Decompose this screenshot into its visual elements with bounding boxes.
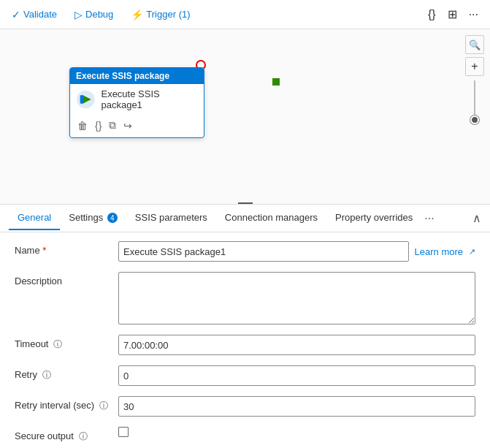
retry-control-wrap [118,365,475,386]
tab-property-overrides[interactable]: Property overrides [326,206,421,230]
validate-icon: ✓ [12,9,20,20]
description-row: Description [15,272,475,324]
tab-property-overrides-label: Property overrides [335,212,413,223]
timeout-info-icon[interactable]: ⓘ [53,339,62,349]
zoom-thumb [470,115,479,124]
tab-connection-managers-label: Connection managers [225,212,318,223]
collapse-icon [238,202,253,204]
retry-info-icon[interactable]: ⓘ [42,370,51,380]
tab-general-label: General [18,212,51,223]
zoom-search-button[interactable]: 🔍 [465,35,484,54]
debug-label: Debug [85,9,113,20]
description-control-wrap [118,272,475,324]
name-control-wrap: Learn more ↗ [118,241,475,262]
name-required: * [42,245,46,256]
json-button[interactable]: {} [93,118,103,133]
properties-panel: General Settings 4 SSIS parameters Conne… [0,205,490,448]
activity-card-name: Execute SSIS package1 [101,88,198,110]
trigger-label: Trigger (1) [146,9,190,20]
debug-button[interactable]: ▷ Debug [72,7,116,22]
timeout-label: Timeout ⓘ [15,335,110,351]
tab-connection-managers[interactable]: Connection managers [216,206,326,230]
retry-label: Retry ⓘ [15,365,110,381]
form-area: Name * Learn more ↗ Description Timeout … [0,232,490,448]
tab-settings[interactable]: Settings 4 [60,206,126,231]
debug-icon: ▷ [74,9,83,20]
external-link-icon: ↗ [469,247,475,257]
retry-interval-info-icon[interactable]: ⓘ [99,400,108,411]
retry-interval-input[interactable] [118,396,475,417]
activity-card-body: Execute SSIS package1 [70,84,204,115]
name-label: Name * [15,241,110,256]
tab-ssis-parameters-label: SSIS parameters [135,212,207,223]
name-row: Name * Learn more ↗ [15,241,475,262]
zoom-slider[interactable] [474,80,475,124]
tabs-more-button[interactable]: ··· [424,212,434,225]
retry-interval-label: Retry interval (sec) ⓘ [15,396,110,412]
canvas: Execute SSIS package Execute SSIS packag… [0,29,490,205]
validate-label: Validate [23,9,57,20]
secure-output-info-icon[interactable]: ⓘ [79,431,88,441]
learn-more-link[interactable]: Learn more [415,246,463,257]
collapse-bar[interactable] [238,202,253,204]
name-input[interactable] [118,241,409,262]
retry-interval-control-wrap [118,396,475,417]
tab-general[interactable]: General [9,206,60,230]
retry-interval-row: Retry interval (sec) ⓘ [15,396,475,417]
secure-output-checkbox[interactable] [118,427,129,437]
trigger-button[interactable]: ⚡ Trigger (1) [128,7,193,22]
tab-settings-label: Settings [69,212,103,223]
tab-ssis-parameters[interactable]: SSIS parameters [126,206,216,230]
retry-input[interactable] [118,365,475,386]
toolbar-right: {} ⊞ ··· [425,6,481,23]
svg-rect-2 [80,95,84,103]
retry-row: Retry ⓘ [15,365,475,386]
activity-card-title: Execute SSIS package [76,71,169,81]
settings-badge: 4 [107,213,118,223]
trigger-icon: ⚡ [131,9,143,20]
description-textarea[interactable] [118,272,475,324]
secure-output-control-wrap [118,427,475,437]
description-label: Description [15,272,110,286]
toolbar: ✓ Validate ▷ Debug ⚡ Trigger (1) {} ⊞ ··… [0,0,490,29]
secure-output-label: Secure output ⓘ [15,427,110,443]
zoom-in-button[interactable]: + [465,57,484,76]
delete-button[interactable]: 🗑 [76,118,89,133]
activity-card-header: Execute SSIS package [70,68,204,84]
secure-output-row: Secure output ⓘ [15,427,475,443]
timeout-row: Timeout ⓘ [15,335,475,355]
output-connector [272,78,280,86]
tabs-bar: General Settings 4 SSIS parameters Conne… [0,205,490,232]
activity-card[interactable]: Execute SSIS package Execute SSIS packag… [69,67,204,138]
validate-button[interactable]: ✓ Validate [9,7,60,22]
timeout-input[interactable] [118,335,475,355]
zoom-controls: 🔍 + [465,35,484,126]
activity-card-footer: 🗑 {} ⧉ ↪ [70,115,204,137]
code-button[interactable]: {} [425,6,439,23]
grid-button[interactable]: ⊞ [445,6,460,23]
more-button[interactable]: ··· [466,6,481,23]
timeout-control-wrap [118,335,475,355]
ssis-activity-icon [76,89,95,110]
link-button[interactable]: ↪ [122,118,134,133]
tabs-collapse-button[interactable]: ∧ [472,211,481,225]
copy-button[interactable]: ⧉ [107,118,118,133]
